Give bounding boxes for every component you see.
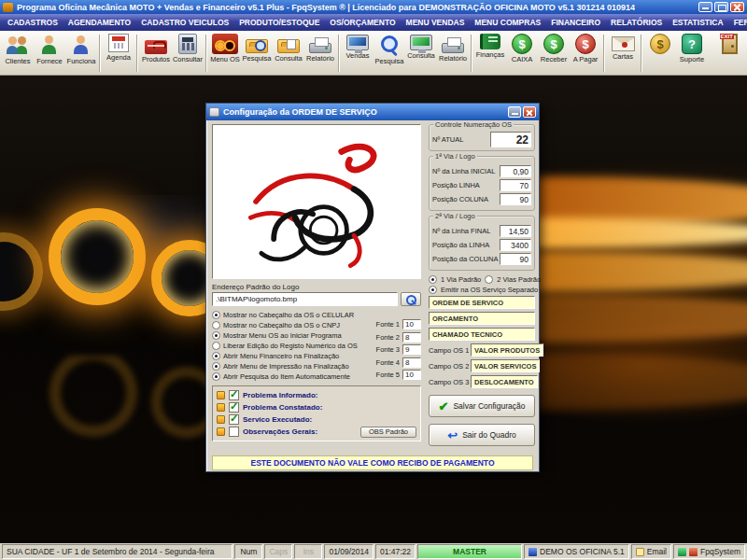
toolbar-button-sair[interactable]: EXIT: [713, 32, 745, 55]
toolbar-button-vendas[interactable]: Vendas: [342, 32, 374, 60]
menu-compras[interactable]: MENU COMPRAS: [470, 16, 545, 29]
section-row[interactable]: Problema Informado:: [217, 389, 416, 401]
radio-icon[interactable]: [212, 372, 220, 381]
menu-estatistica[interactable]: ESTATISTICA: [668, 16, 727, 29]
via1-radio-label: 1 Via Padrão: [441, 275, 481, 284]
campo-os-3-input[interactable]: DESLOCAMENTO: [471, 375, 538, 388]
option-row[interactable]: Mostrar no Cabeçalho da OS o CELULAR: [212, 310, 358, 320]
toolbar-button-vendas-consulta[interactable]: Consulta: [405, 32, 437, 60]
radio-icon[interactable]: [429, 286, 437, 294]
font-size-input[interactable]: 8: [402, 357, 421, 368]
toolbar-button-vendas-pesquisa[interactable]: Pesquisa: [374, 32, 405, 65]
toolbar-button-agenda[interactable]: Agenda: [103, 32, 134, 62]
checkbox-icon[interactable]: [229, 427, 239, 437]
radio-icon[interactable]: [429, 275, 437, 284]
option-row[interactable]: Liberar Edição do Registo Numérico da OS: [212, 341, 358, 351]
doc-title-orcamento-input[interactable]: ORCAMENTO: [429, 312, 535, 325]
menu-relatorios[interactable]: RELATÓRIOS: [606, 16, 667, 29]
via2-col-pos-input[interactable]: 90: [500, 253, 531, 265]
numbering-group: Controle Numeração OS Nº ATUAL 22: [429, 124, 535, 151]
option-row[interactable]: Mostrar no Cabeçalho da OS o CNPJ: [212, 320, 358, 330]
option-row[interactable]: Abrir Menu Financeiro na Finalização: [212, 351, 358, 361]
logo-path-input[interactable]: .\BITMAP\logomoto.bmp: [212, 292, 398, 306]
toolbar-button-os-consulta[interactable]: Consulta: [273, 32, 304, 63]
status-num-lock: Num: [234, 544, 262, 559]
doc-title-os-input[interactable]: ORDEM DE SERVICO: [429, 296, 535, 309]
menu-cadastro-veiculos[interactable]: CADASTRO VEICULOS: [136, 16, 233, 29]
menu-cadastros[interactable]: CADASTROS: [3, 16, 63, 29]
radio-icon[interactable]: [212, 352, 220, 360]
marker-icon: [217, 427, 225, 436]
option-row[interactable]: Abrir Pesquisa do Item Automaticamente: [212, 371, 358, 382]
toolbar-button-cartas[interactable]: Cartas: [607, 32, 639, 61]
toolbar-button-moeda[interactable]: $: [644, 32, 676, 55]
toolbar-button-consultar-produtos[interactable]: Consultar: [172, 32, 204, 63]
campo-os-2-input[interactable]: VALOR SERVICOS: [471, 359, 540, 372]
print-sections-panel: Problema Informado: Problema Constatado:…: [212, 385, 421, 441]
toolbar-button-funcionarios[interactable]: Funciona: [65, 32, 97, 65]
status-caps-lock: Caps: [264, 544, 292, 559]
option-row[interactable]: Abrir Menu de Impressão na Finalização: [212, 361, 358, 371]
toolbar-button-vendas-relatorio[interactable]: Relatório: [437, 32, 469, 63]
font-size-input[interactable]: 8: [402, 332, 421, 343]
toolbar-button-financas[interactable]: Finanças: [474, 32, 506, 59]
campo-os-1-input[interactable]: VALOR PRODUTOS: [471, 343, 543, 357]
radio-icon[interactable]: [212, 321, 220, 329]
doc-title-chamado-input[interactable]: CHAMADO TECNICO: [429, 328, 535, 341]
checkbox-icon[interactable]: [229, 390, 239, 400]
menu-agendamento[interactable]: AGENDAMENTO: [63, 16, 135, 29]
via2-line-pos-input[interactable]: 3400: [500, 239, 531, 251]
browse-logo-button[interactable]: [401, 292, 421, 306]
toolbar-button-menu-os[interactable]: Menu OS: [209, 32, 241, 63]
toolbar-button-fornecedores[interactable]: Fornece: [34, 32, 65, 65]
dialog-title: Configuração da ORDEM DE SERVIÇO: [223, 107, 377, 117]
menu-produto-estoque[interactable]: PRODUTO/ESTOQUE: [234, 16, 324, 29]
current-number-input[interactable]: 22: [490, 132, 531, 147]
via1-initial-line-input[interactable]: 0,90: [500, 165, 531, 177]
obs-padrao-button[interactable]: OBS Padrão: [360, 427, 416, 438]
status-insert: Ins: [294, 544, 322, 559]
os-report-icon: [309, 43, 331, 53]
radio-icon[interactable]: [212, 342, 220, 350]
checkbox-icon[interactable]: [229, 402, 239, 413]
font-size-input[interactable]: 10: [402, 319, 421, 329]
maximize-window-icon[interactable]: [714, 2, 728, 12]
menu-os-orcamento[interactable]: OS/ORÇAMENTO: [325, 16, 400, 29]
minimize-window-icon[interactable]: [698, 2, 712, 12]
section-row[interactable]: Servico Executado:: [217, 413, 416, 426]
menu-ferramentas[interactable]: FERRAMENTAS: [729, 16, 747, 29]
font-size-input[interactable]: 10: [402, 370, 421, 380]
font-size-input[interactable]: 9: [402, 344, 421, 355]
via1-col-pos-input[interactable]: 90: [500, 193, 531, 205]
toolbar-button-os-pesquisa[interactable]: Pesquisa: [241, 32, 273, 63]
dialog-minimize-icon[interactable]: [508, 106, 521, 118]
os-config-dialog: Configuração da ORDEM DE SERVIÇO: [205, 103, 540, 472]
brand-mini-icon: [678, 548, 686, 556]
save-config-button[interactable]: ✔ Salvar Configuração: [429, 395, 535, 417]
toolbar-button-receber[interactable]: $ Receber: [538, 32, 570, 63]
radio-icon[interactable]: [485, 275, 493, 284]
checkbox-icon[interactable]: [229, 414, 239, 425]
section-row[interactable]: Observações Gerais: OBS Padrão: [217, 426, 416, 438]
radio-icon[interactable]: [212, 311, 220, 319]
radio-icon[interactable]: [212, 331, 220, 340]
toolbar-button-produtos[interactable]: Produtos: [140, 32, 172, 63]
option-row[interactable]: Mostrar Menu OS ao Iniciar Programa: [212, 330, 358, 341]
dialog-close-icon[interactable]: [523, 106, 536, 118]
status-email[interactable]: Email: [631, 544, 671, 559]
toolbar-button-suporte[interactable]: ? Suporte: [676, 32, 708, 63]
toolbar-button-caixa[interactable]: $ CAIXA: [506, 32, 538, 63]
toolbar-separator: [136, 35, 138, 72]
close-window-icon[interactable]: [730, 2, 744, 12]
dialog-title-bar[interactable]: Configuração da ORDEM DE SERVIÇO: [206, 104, 539, 120]
via1-line-pos-input[interactable]: 70: [500, 179, 531, 191]
toolbar-button-os-relatorio[interactable]: Relatório: [304, 32, 336, 63]
exit-dialog-button[interactable]: ↩ Sair do Quadro: [429, 424, 535, 446]
section-row[interactable]: Problema Constatado:: [217, 401, 416, 413]
menu-financeiro[interactable]: FINANCEIRO: [546, 16, 605, 29]
radio-icon[interactable]: [212, 362, 220, 371]
via2-final-line-input[interactable]: 14,50: [500, 225, 531, 237]
toolbar-button-clientes[interactable]: Clientes: [2, 32, 34, 65]
menu-vendas[interactable]: MENU VENDAS: [402, 16, 470, 29]
toolbar-button-a-pagar[interactable]: $ A Pagar: [570, 32, 601, 63]
